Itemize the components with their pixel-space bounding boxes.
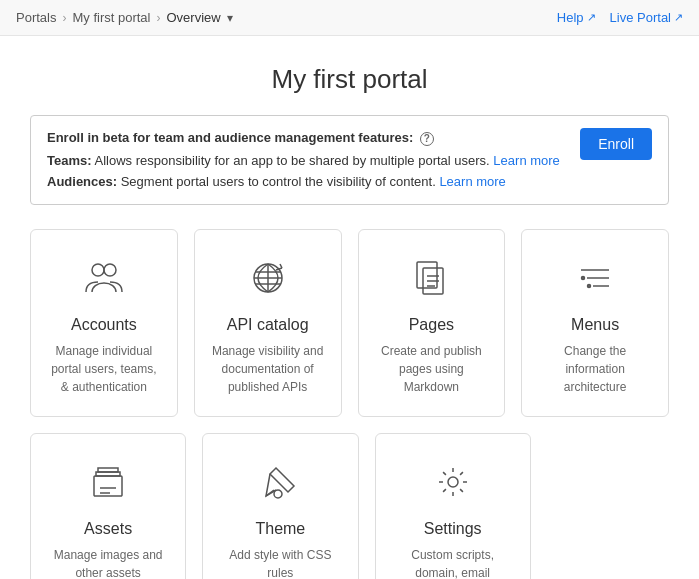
settings-icon: [429, 458, 477, 506]
cards-row-2: AssetsManage images and other assets The…: [30, 433, 669, 579]
svg-line-8: [280, 264, 282, 268]
svg-rect-9: [417, 262, 437, 288]
assets-title: Assets: [84, 520, 132, 538]
theme-description: Add style with CSS rules: [219, 546, 341, 579]
svg-point-17: [582, 277, 585, 280]
breadcrumb: Portals › My first portal › Overview ▾: [16, 10, 235, 25]
svg-point-0: [92, 264, 104, 276]
card-menus[interactable]: MenusChange the information architecture: [521, 229, 669, 417]
breadcrumb-current-page: Overview ▾: [166, 10, 234, 25]
svg-rect-21: [98, 468, 118, 472]
banner-title: Enroll in beta for team and audience man…: [47, 128, 560, 149]
breadcrumb-sep-1: ›: [62, 11, 66, 25]
menus-description: Change the information architecture: [538, 342, 652, 396]
assets-icon: [84, 458, 132, 506]
accounts-description: Manage individual portal users, teams, &…: [47, 342, 161, 396]
enrollment-banner: Enroll in beta for team and audience man…: [30, 115, 669, 205]
header: Portals › My first portal › Overview ▾ H…: [0, 0, 699, 36]
api-catalog-title: API catalog: [227, 316, 309, 334]
card-accounts[interactable]: AccountsManage individual portal users, …: [30, 229, 178, 417]
live-portal-external-icon: ↗: [674, 11, 683, 24]
settings-title: Settings: [424, 520, 482, 538]
card-assets[interactable]: AssetsManage images and other assets: [30, 433, 186, 579]
accounts-icon: [80, 254, 128, 302]
pages-description: Create and publish pages using Markdown: [375, 342, 489, 396]
breadcrumb-dropdown-button[interactable]: ▾: [225, 11, 235, 25]
page-title: My first portal: [30, 36, 669, 115]
help-tooltip-icon[interactable]: ?: [420, 132, 434, 146]
svg-point-1: [104, 264, 116, 276]
card-api-catalog[interactable]: API catalogManage visibility and documen…: [194, 229, 342, 417]
card-pages[interactable]: PagesCreate and publish pages using Mark…: [358, 229, 506, 417]
accounts-title: Accounts: [71, 316, 137, 334]
main-content: My first portal Enroll in beta for team …: [0, 36, 699, 579]
audiences-learn-more-link[interactable]: Learn more: [439, 174, 505, 189]
svg-point-26: [448, 477, 458, 487]
api-catalog-description: Manage visibility and documentation of p…: [211, 342, 325, 396]
pages-title: Pages: [409, 316, 454, 334]
breadcrumb-sep-2: ›: [156, 11, 160, 25]
pages-icon: [407, 254, 455, 302]
assets-description: Manage images and other assets: [47, 546, 169, 579]
banner-teams-line: Teams: Allows responsibility for an app …: [47, 151, 560, 172]
breadcrumb-portals[interactable]: Portals: [16, 10, 56, 25]
api-catalog-icon: [244, 254, 292, 302]
cards-row-1: AccountsManage individual portal users, …: [30, 229, 669, 417]
banner-text: Enroll in beta for team and audience man…: [47, 128, 560, 192]
menus-title: Menus: [571, 316, 619, 334]
help-link[interactable]: Help ↗: [557, 10, 596, 25]
card-theme[interactable]: ThemeAdd style with CSS rules: [202, 433, 358, 579]
breadcrumb-portal-name[interactable]: My first portal: [72, 10, 150, 25]
external-link-icon: ↗: [587, 11, 596, 24]
theme-icon: [256, 458, 304, 506]
svg-point-24: [274, 490, 282, 498]
card-settings[interactable]: SettingsCustom scripts, domain, email se…: [375, 433, 531, 579]
menus-icon: [571, 254, 619, 302]
enroll-button[interactable]: Enroll: [580, 128, 652, 160]
teams-learn-more-link[interactable]: Learn more: [493, 153, 559, 168]
svg-line-7: [276, 268, 282, 270]
banner-audiences-line: Audiences: Segment portal users to contr…: [47, 172, 560, 193]
theme-title: Theme: [255, 520, 305, 538]
header-actions: Help ↗ Live Portal ↗: [557, 10, 683, 25]
settings-description: Custom scripts, domain, email settings..…: [392, 546, 514, 579]
live-portal-link[interactable]: Live Portal ↗: [610, 10, 683, 25]
svg-point-18: [588, 285, 591, 288]
